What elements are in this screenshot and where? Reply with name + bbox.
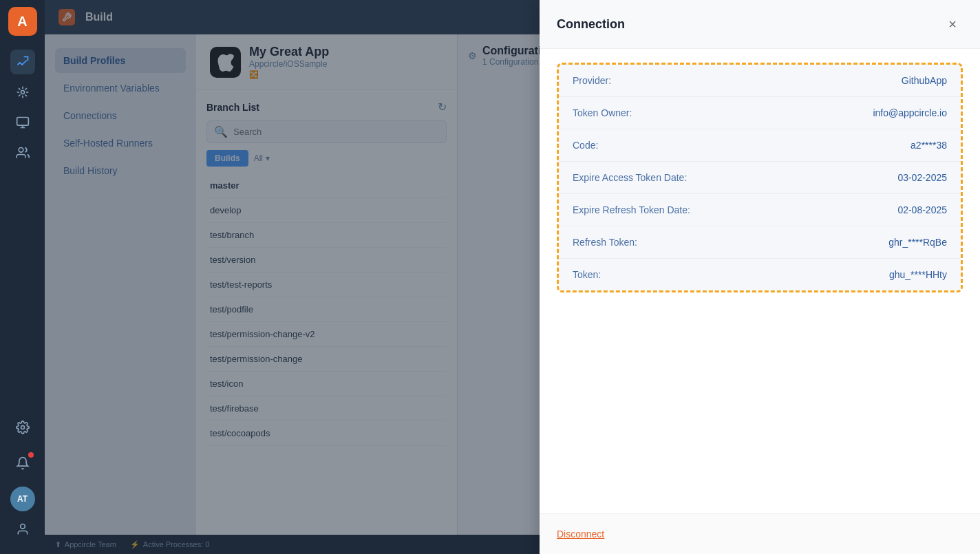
svg-point-0 [21,91,24,94]
app-logo[interactable]: A [8,7,37,36]
expire-refresh-value: 02-08-2025 [897,204,947,215]
sidebar-item-settings[interactable] [10,415,35,440]
token-label: Token: [573,269,601,280]
info-row-provider: Provider: GithubApp [559,65,961,97]
info-row-token: Token: ghu_****HHty [559,259,961,290]
connection-modal: Connection × Provider: GithubApp Token O… [540,0,980,554]
modal-footer: Disconnect [540,513,980,554]
svg-rect-1 [17,118,28,126]
modal-overlay: Connection × Provider: GithubApp Token O… [45,0,980,554]
expire-access-value: 03-02-2025 [897,172,947,183]
sidebar-item-deploy[interactable] [10,110,35,135]
close-icon: × [948,17,957,32]
modal-header: Connection × [540,0,980,49]
refresh-token-label: Refresh Token: [573,237,637,248]
modal-close-button[interactable]: × [942,14,963,34]
expire-access-label: Expire Access Token Date: [573,172,687,183]
info-row-refresh-token: Refresh Token: ghr_****RqBe [559,226,961,259]
provider-value: GithubApp [902,75,947,86]
team-avatar[interactable]: AT [10,487,35,511]
sidebar-item-notifications[interactable] [10,451,35,476]
token-value: ghu_****HHty [889,269,947,280]
notification-badge [28,452,34,458]
sidebar-item-build[interactable] [10,50,35,74]
svg-point-4 [20,524,25,529]
connection-info-box: Provider: GithubApp Token Owner: info@ap… [557,63,963,292]
token-owner-value: info@appcircle.io [873,107,947,118]
code-label: Code: [573,140,598,151]
disconnect-button[interactable]: Disconnect [557,529,604,540]
expire-refresh-label: Expire Refresh Token Date: [573,204,690,215]
sidebar-item-profile[interactable] [10,517,35,542]
modal-body: Provider: GithubApp Token Owner: info@ap… [540,49,980,513]
code-value: a2****38 [910,140,947,151]
refresh-token-value: ghr_****RqBe [888,237,947,248]
modal-title: Connection [557,17,625,32]
sidebar-item-users[interactable] [10,140,35,165]
sidebar-item-pipeline[interactable] [10,80,35,105]
provider-label: Provider: [573,75,611,86]
info-row-expire-refresh: Expire Refresh Token Date: 02-08-2025 [559,194,961,226]
info-row-expire-access: Expire Access Token Date: 03-02-2025 [559,162,961,194]
logo-text: A [17,14,27,30]
info-row-token-owner: Token Owner: info@appcircle.io [559,97,961,129]
svg-point-3 [21,426,24,429]
svg-point-2 [19,148,23,153]
info-row-code: Code: a2****38 [559,129,961,162]
token-owner-label: Token Owner: [573,107,632,118]
sidebar: A AT [0,0,45,554]
